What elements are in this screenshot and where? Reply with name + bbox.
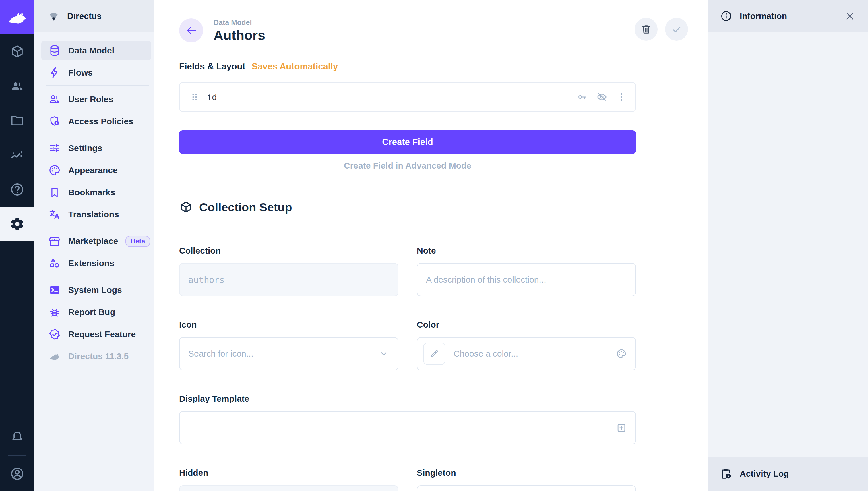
nav-version: Directus 11.3.5 <box>41 347 151 366</box>
nav-item-data-model[interactable]: Data Model <box>41 41 151 60</box>
close-sidebar-button[interactable] <box>844 11 856 22</box>
users-module-icon <box>10 79 25 94</box>
project-header[interactable]: Directus <box>34 0 154 32</box>
collection-input <box>188 275 389 285</box>
users-icon <box>48 93 61 106</box>
info-sidebar: Information Activity Log <box>708 0 868 491</box>
collection-setup-form: Collection Note Icon <box>179 246 636 491</box>
collection-box-icon <box>179 200 193 214</box>
field-name: id <box>207 92 217 102</box>
icon-search-input[interactable] <box>188 349 378 358</box>
nav-item-system-logs[interactable]: System Logs <box>41 280 151 300</box>
app-root: Directus Data Model Flows User Roles Acc… <box>0 0 868 491</box>
note-field: Note <box>417 246 636 296</box>
box-module-icon <box>10 44 25 59</box>
module-bar-divider <box>8 455 26 456</box>
nav-divider <box>46 227 149 227</box>
header-actions <box>635 18 688 41</box>
nav-item-label: Request Feature <box>68 329 136 339</box>
field-menu-button[interactable] <box>616 92 627 103</box>
singleton-field: Singleton <box>417 468 636 491</box>
nav-divider <box>46 134 149 134</box>
color-input-wrap <box>417 337 636 370</box>
nav-item-label: Appearance <box>68 165 118 175</box>
collection-label: Collection <box>179 246 398 256</box>
singleton-input-wrap[interactable] <box>417 485 636 491</box>
nav-item-extensions[interactable]: Extensions <box>41 254 151 273</box>
display-template-input-wrap[interactable] <box>179 411 636 444</box>
module-content[interactable] <box>0 34 34 69</box>
nav-item-label: Access Policies <box>68 117 133 126</box>
eyedropper-button[interactable] <box>423 343 446 365</box>
collection-setup-heading: Collection Setup <box>179 200 636 222</box>
nav-item-flows[interactable]: Flows <box>41 63 151 82</box>
hidden-field: Hidden <box>179 468 398 491</box>
nav-item-access-policies[interactable]: Access Policies <box>41 112 151 131</box>
title-block: Data Model Authors <box>214 18 265 42</box>
add-box-icon[interactable] <box>616 423 627 433</box>
notifications-bell-icon <box>10 430 25 445</box>
arrow-left-icon <box>185 24 198 37</box>
rabbit-logo-icon <box>6 6 28 28</box>
color-field: Color <box>417 320 636 370</box>
drag-handle-icon[interactable] <box>189 92 200 102</box>
nav-item-label: Flows <box>68 68 93 78</box>
nav-item-settings[interactable]: Settings <box>41 138 151 158</box>
rabbit-version-icon <box>48 350 61 363</box>
icon-select[interactable] <box>179 337 398 370</box>
hidden-input-wrap[interactable] <box>179 485 398 491</box>
module-settings[interactable] <box>0 207 34 241</box>
display-template-input[interactable] <box>188 423 616 433</box>
display-template-field: Display Template <box>179 394 636 444</box>
activity-log-icon <box>720 467 732 480</box>
feature-badge-icon <box>48 328 61 341</box>
module-help[interactable] <box>0 172 34 207</box>
field-row-id[interactable]: id <box>179 82 636 112</box>
autosave-note: Saves Automatically <box>252 61 338 72</box>
bug-icon <box>48 306 61 318</box>
activity-log-button[interactable]: Activity Log <box>708 457 868 491</box>
info-sidebar-body <box>708 32 868 457</box>
nav-item-label: Data Model <box>68 46 114 55</box>
account-button[interactable] <box>0 457 34 491</box>
info-sidebar-title: Information <box>740 11 787 21</box>
terminal-icon <box>48 284 61 296</box>
delete-collection-button[interactable] <box>635 18 658 41</box>
project-name: Directus <box>67 11 101 21</box>
nav-item-bookmarks[interactable]: Bookmarks <box>41 183 151 202</box>
breadcrumb: Data Model <box>214 18 265 27</box>
notifications-button[interactable] <box>0 420 34 455</box>
trash-icon <box>640 24 652 35</box>
nav-item-report-bug[interactable]: Report Bug <box>41 302 151 322</box>
nav-item-label: Extensions <box>68 258 114 268</box>
save-button[interactable] <box>665 18 688 41</box>
key-icon <box>577 92 588 103</box>
nav-item-label: Settings <box>68 143 102 153</box>
nav-divider <box>46 85 149 86</box>
eyedropper-icon <box>429 349 440 359</box>
nav-item-marketplace[interactable]: Marketplace Beta <box>41 231 151 251</box>
create-field-advanced-link[interactable]: Create Field in Advanced Mode <box>179 161 636 171</box>
shield-user-icon <box>48 115 61 128</box>
chevron-down-icon[interactable] <box>378 348 389 359</box>
settings-module-icon <box>10 216 25 231</box>
module-files[interactable] <box>0 104 34 138</box>
color-input[interactable] <box>453 349 616 358</box>
directus-logo[interactable] <box>0 0 34 34</box>
back-button[interactable] <box>179 18 203 42</box>
singleton-label: Singleton <box>417 468 636 478</box>
bookmark-icon <box>48 186 61 199</box>
nav-item-request-feature[interactable]: Request Feature <box>41 324 151 344</box>
nav-item-user-roles[interactable]: User Roles <box>41 90 151 109</box>
module-bar <box>0 0 34 491</box>
note-input[interactable] <box>426 275 627 285</box>
nav-item-translations[interactable]: Translations <box>41 205 151 224</box>
create-field-button[interactable]: Create Field <box>179 131 636 154</box>
nav-item-appearance[interactable]: Appearance <box>41 161 151 180</box>
nav-item-label: System Logs <box>68 285 122 295</box>
nav-version-label: Directus 11.3.5 <box>68 351 128 361</box>
palette-picker-icon[interactable] <box>616 348 627 359</box>
collection-field: Collection <box>179 246 398 296</box>
module-users[interactable] <box>0 69 34 104</box>
module-insights[interactable] <box>0 138 34 172</box>
